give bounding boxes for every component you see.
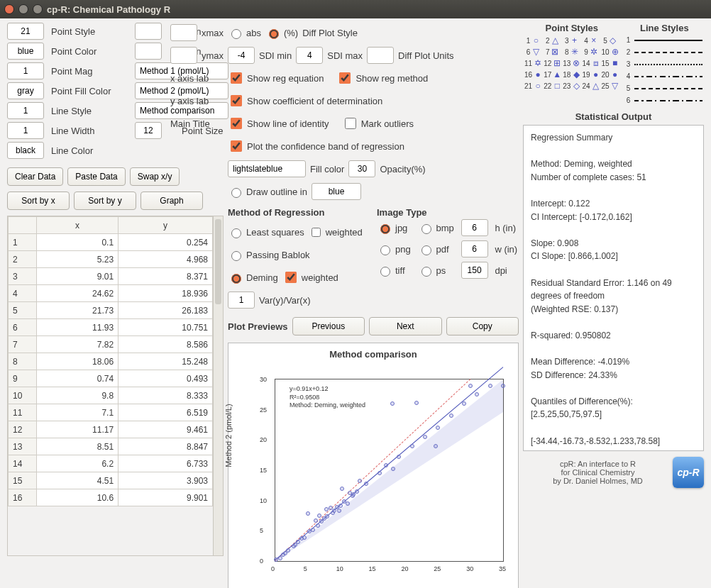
table-header-x[interactable]: x xyxy=(37,217,118,234)
next-button[interactable]: Next xyxy=(369,317,441,335)
point-fill-input[interactable] xyxy=(7,82,44,99)
fillcolor-label: Fill color xyxy=(310,164,344,174)
diffstyle-pct-radio[interactable] xyxy=(269,29,279,39)
mark-outliers-check[interactable] xyxy=(345,118,356,129)
img-ps-label: ps xyxy=(436,265,446,276)
img-tiff-radio[interactable] xyxy=(380,267,390,277)
mor-ls-weighted-check[interactable] xyxy=(312,228,321,237)
table-row[interactable]: 25.234.968 xyxy=(9,251,213,268)
close-icon[interactable] xyxy=(4,4,14,14)
fillcolor-input[interactable] xyxy=(228,160,306,177)
line-style-input[interactable] xyxy=(7,102,44,119)
point-mag-input[interactable] xyxy=(7,62,44,79)
line-styles-title: Line Styles xyxy=(625,23,704,33)
img-ps-radio[interactable] xyxy=(421,267,431,277)
data-point xyxy=(384,463,388,467)
table-row[interactable]: 138.518.847 xyxy=(9,438,213,455)
img-png-radio[interactable] xyxy=(380,245,390,255)
diff-units-input[interactable] xyxy=(367,47,394,64)
table-row[interactable]: 90.740.493 xyxy=(9,370,213,387)
table-row[interactable]: 154.513.903 xyxy=(9,472,213,489)
table-header-y[interactable]: y xyxy=(118,217,213,234)
var-input[interactable] xyxy=(228,292,255,309)
img-w-input[interactable] xyxy=(461,240,488,257)
outline-color-input[interactable] xyxy=(312,183,361,200)
point-style-swatch: 2△ xyxy=(544,36,561,45)
table-row[interactable]: 424.6218.936 xyxy=(9,285,213,302)
table-row[interactable]: 10.10.254 xyxy=(9,234,213,251)
pointsize-input[interactable] xyxy=(135,122,162,139)
scrollbar-thumb[interactable] xyxy=(215,219,221,304)
var-label: Var(y)/Var(x) xyxy=(259,295,310,306)
line-color-label: Line Color xyxy=(51,145,228,156)
point-style-input[interactable] xyxy=(7,23,44,40)
show-band-check[interactable] xyxy=(231,140,242,152)
diffstyle-abs-radio[interactable] xyxy=(231,29,241,39)
ytick: 0 xyxy=(260,558,263,565)
table-row[interactable]: 109.88.333 xyxy=(9,387,213,404)
show-band-label: Plot the confidence band of regression xyxy=(247,141,404,152)
line-color-input[interactable] xyxy=(7,142,44,159)
point-color-input[interactable] xyxy=(7,43,44,60)
maximize-icon[interactable] xyxy=(33,4,43,14)
table-row[interactable]: 1211.179.461 xyxy=(9,421,213,438)
table-row[interactable]: 521.7326.183 xyxy=(9,302,213,319)
img-jpg-radio[interactable] xyxy=(380,224,390,234)
titlebar: cp-R: Chemical Pathology R xyxy=(0,0,711,18)
sort-x-button[interactable]: Sort by x xyxy=(7,192,70,210)
ymax-input[interactable] xyxy=(170,47,197,64)
line-width-input[interactable] xyxy=(7,122,44,139)
footer-line: by Dr. Daniel Holmes, MD xyxy=(523,477,673,485)
table-row[interactable]: 818.0615.248 xyxy=(9,353,213,370)
stat-line: Quantiles of Difference(%): [2.5,25,50,7… xyxy=(531,395,696,421)
img-pdf-radio[interactable] xyxy=(421,245,431,255)
img-bmp-radio[interactable] xyxy=(421,224,431,234)
mor-deming-weighted-check[interactable] xyxy=(285,272,297,283)
show-loi-check[interactable] xyxy=(231,118,242,129)
sdi-min-input[interactable] xyxy=(228,47,255,64)
paste-data-button[interactable]: Paste Data xyxy=(67,167,125,186)
table-row[interactable]: 39.018.371 xyxy=(9,268,213,285)
plotprev-title: Plot Previews xyxy=(228,321,288,332)
table-row[interactable]: 117.16.519 xyxy=(9,404,213,421)
mor-lsw-label: weighted xyxy=(326,227,363,238)
clear-data-button[interactable]: Clear Data xyxy=(7,167,63,186)
table-row[interactable]: 1610.69.901 xyxy=(9,489,213,506)
graph-button[interactable]: Graph xyxy=(140,192,203,210)
sdi-max-input[interactable] xyxy=(296,47,323,64)
xmax-input[interactable] xyxy=(170,24,197,41)
ymin-input[interactable] xyxy=(135,43,162,60)
table-row[interactable]: 611.9310.751 xyxy=(9,319,213,336)
xmin-input[interactable] xyxy=(135,23,162,40)
sort-y-button[interactable]: Sort by y xyxy=(74,192,136,210)
chart-anno-method: Method: Deming, weighted xyxy=(290,401,365,410)
show-rsq-check[interactable] xyxy=(231,95,242,106)
minimize-icon[interactable] xyxy=(18,4,28,14)
mor-ls-radio[interactable] xyxy=(231,228,241,238)
table-row[interactable]: 146.26.733 xyxy=(9,455,213,472)
img-jpg-label: jpg xyxy=(395,223,407,233)
table-scrollbar[interactable] xyxy=(213,216,223,555)
table-row[interactable]: 77.828.586 xyxy=(9,336,213,353)
swap-xy-button[interactable]: Swap x/y xyxy=(130,167,180,186)
mor-deming-radio[interactable] xyxy=(231,274,241,284)
point-style-swatch: 1○ xyxy=(524,36,542,45)
mor-pb-radio[interactable] xyxy=(231,251,241,261)
point-color-label: Point Color xyxy=(51,46,131,57)
point-style-swatch: 16● xyxy=(524,70,542,79)
point-mag-label: Point Mag xyxy=(51,66,131,77)
outline-radio[interactable] xyxy=(231,188,241,198)
prev-button[interactable]: Previous xyxy=(292,317,365,335)
img-dpi-input[interactable] xyxy=(461,262,488,279)
opacity-input[interactable] xyxy=(348,160,375,177)
point-style-swatch: 24△ xyxy=(582,82,600,90)
point-style-swatch: 19● xyxy=(582,70,600,79)
img-h-input[interactable] xyxy=(461,219,488,236)
point-style-swatch: 13⊗ xyxy=(563,59,580,67)
point-style-swatch: 12⊞ xyxy=(544,59,561,67)
sdi-min-label: SDI min xyxy=(259,50,292,61)
data-point xyxy=(338,504,343,508)
copy-button[interactable]: Copy xyxy=(446,317,519,335)
show-regeq-check[interactable] xyxy=(231,72,242,84)
show-regmethod-check[interactable] xyxy=(339,72,351,84)
